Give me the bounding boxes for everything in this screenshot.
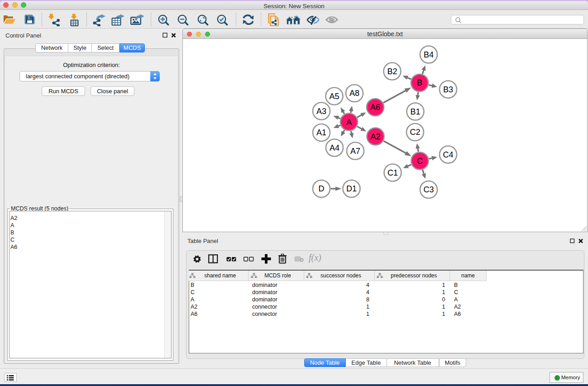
svg-text:B2: B2 [387, 67, 397, 76]
svg-text:C4: C4 [443, 150, 453, 159]
svg-text:A3: A3 [316, 107, 326, 116]
svg-text:C2: C2 [410, 128, 420, 137]
svg-text:A2: A2 [370, 132, 380, 141]
svg-text:A5: A5 [329, 92, 339, 101]
svg-text:A4: A4 [330, 143, 339, 152]
svg-text:A8: A8 [349, 89, 359, 98]
svg-text:A: A [346, 118, 352, 127]
svg-text:B: B [417, 78, 422, 87]
svg-text:C1: C1 [387, 168, 398, 177]
svg-text:B1: B1 [410, 107, 420, 116]
svg-text:C3: C3 [423, 185, 434, 194]
svg-text:C: C [417, 157, 423, 166]
svg-text:D1: D1 [346, 184, 357, 193]
svg-text:A1: A1 [316, 128, 326, 137]
svg-text:A7: A7 [350, 147, 360, 156]
svg-text:D: D [319, 184, 325, 193]
svg-text:B3: B3 [443, 85, 453, 94]
svg-text:A6: A6 [370, 103, 380, 112]
svg-text:B4: B4 [424, 50, 434, 59]
